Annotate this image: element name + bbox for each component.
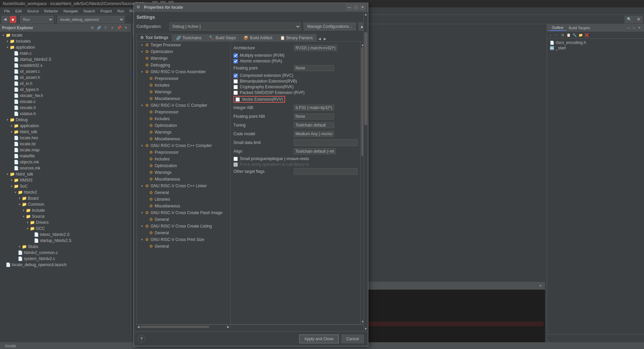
ct-linker-general[interactable]: ⚙ General	[137, 189, 230, 196]
ct-cpp-misc[interactable]: ⚙ Miscellaneous	[137, 176, 230, 183]
tree-item-xil-types[interactable]: 📄 xil_types.h	[0, 87, 130, 93]
tab-binary-parsers[interactable]: 📋 Binary Parsers	[276, 34, 317, 41]
right-tool-3[interactable]: ⚙	[560, 32, 565, 38]
tab-tool-settings[interactable]: ⚙ Tool Settings	[137, 34, 172, 41]
tree-item-hbirdv2-common[interactable]: 📄 hbirdv2_common.c	[0, 250, 130, 256]
tree-item-lst[interactable]: 📄 locate.lst	[0, 141, 130, 147]
ct-warnings[interactable]: ⚙ Warnings	[137, 55, 230, 62]
build-targets-tab[interactable]: Build Targets	[566, 25, 593, 31]
dialog-scroll-thumb[interactable]	[364, 32, 367, 125]
dialog-min-btn[interactable]: —	[346, 5, 352, 10]
packed-checkbox[interactable]	[233, 91, 238, 95]
ct-c-includes[interactable]: ⚙ Includes	[137, 115, 230, 122]
tree-item-drivers[interactable]: ▾ 📁 Drivers	[0, 219, 130, 226]
tree-item-gcc[interactable]: ▾ 📁 GCC	[0, 226, 130, 232]
menu-source[interactable]: Source	[24, 8, 42, 14]
atomic-checkbox[interactable]	[233, 59, 238, 63]
tree-item-xil-io[interactable]: 📄 xil_io.h	[0, 81, 130, 87]
ct-create-listing[interactable]: ▾ ⚙ GNU RISC-V Cross Create Listing	[137, 223, 230, 230]
tree-item-hex[interactable]: 📄 locate.hex	[0, 135, 130, 141]
tree-item-launch[interactable]: 📄 locate_debug_openocd.launch	[0, 262, 130, 268]
ct-linker-libraries[interactable]: ⚙ Libraries	[137, 196, 230, 203]
hscroll-right-btn[interactable]: ▶	[227, 325, 229, 329]
ct-optimization[interactable]: ▾ ⚙ Optimization	[137, 48, 230, 55]
right-tool-6[interactable]: 📁	[578, 32, 583, 38]
tree-item-objects[interactable]: 📄 objects.mk	[0, 159, 130, 165]
small-data-input[interactable]	[294, 139, 358, 146]
pin-icon[interactable]: 📌	[116, 25, 122, 31]
collapse-icon[interactable]: ⊟	[90, 25, 95, 31]
manage-configs-btn[interactable]: Manage Configurations...	[304, 22, 356, 31]
dialog-scroll-up[interactable]: ▲	[364, 12, 368, 17]
tree-item-debug-app[interactable]: ▾ 📁 application	[0, 123, 130, 129]
ct-cpp-includes[interactable]: ⚙ Includes	[137, 156, 230, 162]
ct-asm-misc[interactable]: ⚙ Miscellaneous	[137, 95, 230, 102]
tree-item-makefile[interactable]: 📄 makefile	[0, 153, 130, 159]
filter-icon[interactable]: ▽	[103, 25, 108, 31]
help-btn[interactable]: ?	[138, 335, 145, 343]
tree-item-nmsis[interactable]: ▾ 📁 NMSIS	[0, 177, 130, 183]
toolbar-search-btn[interactable]: 🔍	[625, 16, 634, 23]
ct-target-processor[interactable]: ▾ ⚙ Target Processor	[137, 42, 230, 48]
ct-gnu-cpp[interactable]: ▾ ⚙ GNU RISC-V Cross C++ Compiler	[137, 142, 230, 149]
outline-item-encoding[interactable]: 📄 riscv_encoding.h	[548, 40, 643, 45]
config-combo[interactable]: Debug [ Active ]	[169, 22, 301, 31]
ct-flash-general[interactable]: ⚙ General	[137, 216, 230, 223]
right-panel-min[interactable]: —	[626, 25, 631, 31]
dialog-max-btn[interactable]: □	[353, 5, 359, 10]
tree-item-xlocate-h[interactable]: 📄 xlocate.h	[0, 105, 130, 111]
menu-file[interactable]: File	[1, 8, 13, 14]
dialog-scroll-down[interactable]: ▼	[364, 326, 368, 331]
close-panel-icon[interactable]: ✕	[123, 25, 128, 31]
right-tool-2[interactable]: ↑	[554, 32, 559, 38]
tree-item-startup1[interactable]: 📄 startup_hbirdv2.S	[0, 56, 130, 62]
ct-printsize-general[interactable]: ⚙ General	[137, 243, 230, 250]
tree-item-stubs[interactable]: ▾ 📁 Stubs	[0, 244, 130, 250]
tree-item-main[interactable]: 📄 main.c	[0, 50, 130, 56]
tab-build-steps[interactable]: 🔨 Build Steps	[205, 34, 239, 41]
compressed-checkbox[interactable]	[233, 73, 238, 78]
tab-scroll-right[interactable]: ▶	[322, 36, 328, 41]
outline-item-start[interactable]: 🔤 _start	[548, 45, 643, 51]
tree-item-common[interactable]: ▾ 📁 Common	[0, 201, 130, 207]
tree-item-intexc[interactable]: 📄 intexc_hbirdv2.S	[0, 232, 130, 238]
vector-checkbox[interactable]	[235, 97, 240, 102]
bitmanip-checkbox[interactable]	[233, 79, 238, 84]
tree-item-xilassert-c[interactable]: 📄 xil_assert.c	[0, 68, 130, 74]
ct-c-warnings[interactable]: ⚙ Warnings	[137, 129, 230, 136]
tree-item-debug-hbird[interactable]: ▾ 📁 hbird_sdk	[0, 129, 130, 135]
right-panel-max[interactable]: □	[631, 25, 637, 31]
menu-icon[interactable]: ≡	[110, 25, 115, 31]
right-tool-1[interactable]: ↓	[548, 32, 553, 38]
stop-btn[interactable]: ■	[9, 16, 16, 23]
right-tool-7[interactable]: ❌	[584, 32, 589, 38]
tree-item-xstatus[interactable]: 📄 xstatus.h	[0, 111, 130, 117]
hscroll-left-btn[interactable]: ◀	[137, 325, 140, 329]
ct-asm-preprocessor[interactable]: ⚙ Preprocessor	[137, 75, 230, 82]
ct-gnu-asm[interactable]: ▾ ⚙ GNU RISC-V Cross Assembler	[137, 68, 230, 75]
ct-cpp-preprocessor[interactable]: ⚙ Preprocessor	[137, 149, 230, 156]
tree-item-application[interactable]: ▾ 📁 application	[0, 44, 130, 50]
tree-item-soc[interactable]: ▾ 📁 SoC	[0, 183, 130, 189]
right-panel-close[interactable]: ✕	[637, 25, 642, 31]
menu-search[interactable]: Search	[81, 8, 98, 14]
tree-item-map[interactable]: 📄 locate.map	[0, 147, 130, 153]
ct-gnu-c[interactable]: ▾ ⚙ GNU RISC-V Cross C Compiler	[137, 102, 230, 109]
link-icon[interactable]: 🔗	[96, 25, 102, 31]
ct-debugging[interactable]: ⚙ Debugging	[137, 62, 230, 68]
tree-item-includes[interactable]: ▾ 📁 Includes	[0, 38, 130, 44]
tree-item-xlocate-c[interactable]: 📄 xlocate.c	[0, 99, 130, 105]
ct-c-misc[interactable]: ⚙ Miscellaneous	[137, 136, 230, 142]
console-close[interactable]: ✕	[538, 283, 543, 289]
other-flags-input[interactable]	[294, 168, 358, 175]
ct-asm-warnings[interactable]: ⚙ Warnings	[137, 89, 230, 95]
tree-item-debug[interactable]: ▾ 📁 Debug	[0, 117, 130, 123]
tree-item-hbirdv2[interactable]: ▾ 📁 hbirdv2	[0, 189, 130, 195]
outline-tab[interactable]: Outline	[549, 25, 566, 31]
ct-cpp-warnings[interactable]: ⚙ Warnings	[137, 169, 230, 176]
tree-item-include[interactable]: ▾ 📁 Include	[0, 207, 130, 213]
tree-item-sources[interactable]: 📄 sources.mk	[0, 165, 130, 171]
menu-project[interactable]: Project	[98, 8, 114, 14]
launch-config-combo[interactable]: locate_debug_openocd	[57, 16, 124, 23]
crypto-checkbox[interactable]	[233, 85, 238, 89]
